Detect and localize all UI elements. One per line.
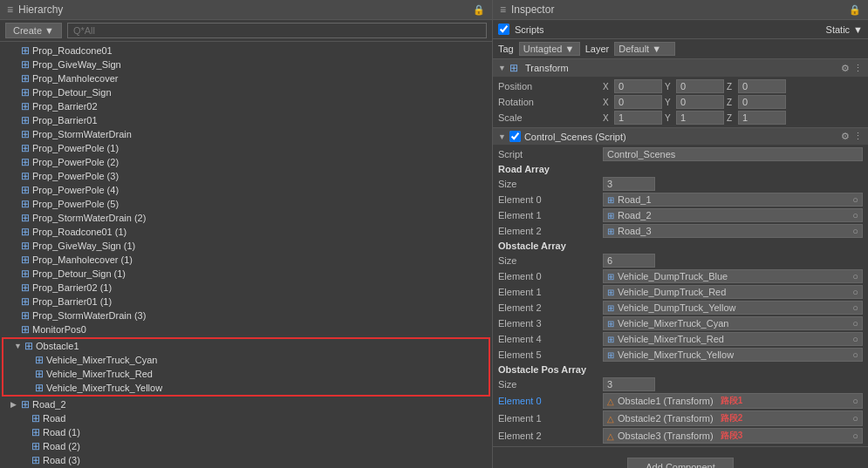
tree-item[interactable]: ⊞Vehicle_MixerTruck_Red [3, 367, 489, 381]
tree-item[interactable]: ⊞Vehicle_MixerTruck_Cyan [3, 353, 489, 367]
tree-item-label: Road_2 [32, 399, 66, 410]
tree-item[interactable]: ⊞Prop_Barrier02 (1) [0, 281, 492, 295]
add-component-button[interactable]: Add Component [627, 458, 734, 468]
tree-item[interactable]: ⊞MonitorPos0 [0, 322, 492, 336]
scale-z[interactable] [738, 111, 786, 125]
obj-icon: ⊞ [607, 288, 614, 297]
inspector-scroll: Scripts Static ▼ Tag Untagted ▼ Layer De… [493, 20, 868, 468]
hierarchy-title: Hierarchy [18, 3, 63, 16]
static-dropdown-arrow: ▼ [853, 24, 863, 35]
circle-icon: ○ [852, 334, 858, 344]
tree-item[interactable]: ⊞Prop_Detour_Sign (1) [0, 267, 492, 281]
obj-icon: ⊞ [607, 227, 614, 236]
tree-item[interactable]: ⊞Prop_Manholecover (1) [0, 253, 492, 267]
inspector-title: Inspector [511, 3, 554, 16]
layer-dropdown[interactable]: Default ▼ [614, 42, 675, 56]
obj-icon: ⊞ [607, 303, 614, 313]
gameobj-icon: ⊞ [21, 268, 30, 280]
rotation-z[interactable] [738, 95, 786, 109]
tree-item[interactable]: ⊞Road [0, 411, 492, 425]
scale-x[interactable] [614, 111, 662, 125]
tree-arrow: ▶ [10, 400, 21, 409]
tree-item-label: Vehicle_MixerTruck_Yellow [46, 383, 162, 393]
circle-icon: ○ [852, 431, 858, 441]
tree-item[interactable]: ⊞Prop_PowerPole (5) [0, 197, 492, 211]
scripts-label: Scripts [515, 24, 544, 35]
obstacle-array-size-input[interactable] [603, 254, 655, 268]
tree-item[interactable]: ⊞Prop_GiveWay_Sign (1) [0, 239, 492, 253]
tree-item[interactable]: ⊞Prop_Roadcone01 [0, 44, 492, 58]
tree-item-label: Prop_StormWaterDrain [32, 129, 132, 139]
tree-item[interactable]: ⊞Prop_PowerPole (3) [0, 169, 492, 183]
tree-item[interactable]: ⊞Prop_Manholecover [0, 71, 492, 85]
road-array-element: Element 0 ⊞ Road_1 ○ [493, 192, 868, 207]
tree-item-label: Prop_Manholecover [32, 73, 118, 84]
obstacle-pos-element: Element 0 △ Obstacle1 (Transform) 路段1 ○ [493, 392, 868, 410]
tree-item[interactable]: ⊞Prop_Barrier01 (1) [0, 295, 492, 309]
position-x[interactable] [614, 79, 662, 93]
tree-item-label: Prop_StormWaterDrain (2) [32, 213, 146, 223]
tree-item[interactable]: ⊞Prop_StormWaterDrain (3) [0, 309, 492, 322]
obj-icon: ⊞ [607, 195, 614, 205]
tree-item[interactable]: ⊞Road (2) [0, 439, 492, 453]
scale-label: Scale [498, 112, 603, 123]
rotation-y[interactable] [676, 95, 724, 109]
tree-item[interactable]: ⊞Prop_StormWaterDrain (2) [0, 211, 492, 225]
note-label: 路段2 [721, 412, 743, 424]
control-scenes-section: ▼ Control_Scenes (Script) ⚙ ⋮ Script Con… [493, 128, 868, 447]
layer-label: Layer [585, 44, 610, 54]
tag-dropdown[interactable]: Untagted ▼ [519, 42, 580, 56]
note-label: 路段3 [721, 430, 743, 442]
scale-y[interactable] [676, 111, 724, 125]
tree-item-label: Road (1) [43, 427, 80, 437]
tree-item-label: Prop_GiveWay_Sign [32, 59, 121, 70]
create-button[interactable]: Create ▼ [5, 23, 62, 38]
tree-item[interactable]: ⊞Prop_PowerPole (1) [0, 141, 492, 155]
gameobj-icon: ⊞ [35, 382, 44, 394]
transform-obj-icon: △ [607, 431, 614, 441]
tree-item[interactable]: ▼⊞Obstacle1 [3, 339, 489, 353]
tree-item[interactable]: ⊞Prop_Detour_Sign [0, 85, 492, 99]
gameobj-icon: ⊞ [21, 198, 30, 210]
gameobj-icon: ⊞ [21, 128, 30, 140]
obstacle-pos-size-input[interactable] [603, 377, 655, 391]
control-scenes-checkbox[interactable] [509, 131, 521, 142]
obstacle1-group: ▼⊞Obstacle1⊞Vehicle_MixerTruck_Cyan⊞Vehi… [2, 337, 490, 397]
gameobj-icon: ⊞ [31, 440, 40, 452]
rotation-x[interactable] [614, 95, 662, 109]
circle-icon: ○ [852, 194, 858, 205]
note-label: 路段1 [721, 395, 743, 407]
tree-item[interactable]: ⊞Road (1) [0, 425, 492, 439]
tree-item[interactable]: ⊞Road (3) [0, 453, 492, 467]
tree-item[interactable]: ⊞Prop_Roadcone01 (1) [0, 225, 492, 239]
hierarchy-search[interactable] [67, 23, 487, 38]
gameobj-icon: ⊞ [21, 44, 30, 57]
tree-item[interactable]: ⊞Prop_PowerPole (4) [0, 183, 492, 197]
control-scenes-title: Control_Scenes (Script) [524, 132, 626, 142]
road-array-size-input[interactable] [603, 177, 655, 191]
tree-item[interactable]: ⊞Vehicle_MixerTruck_Yellow [3, 381, 489, 395]
tree-item[interactable]: ⊞Prop_GiveWay_Sign [0, 58, 492, 71]
position-y[interactable] [676, 79, 724, 93]
hierarchy-header: ≡ Hierarchy 🔒 [0, 0, 492, 20]
circle-icon: ○ [852, 210, 858, 220]
tree-item[interactable]: ⊞Prop_Barrier02 [0, 99, 492, 113]
tree-item[interactable]: ▶⊞Road_2 [0, 397, 492, 411]
gameobj-icon: ⊞ [21, 281, 30, 294]
road-array-size-row: Size [493, 176, 868, 192]
tree-item[interactable]: ⊞Prop_StormWaterDrain [0, 127, 492, 141]
obstacle-pos-element: Element 2 △ Obstacle3 (Transform) 路段3 ○ [493, 427, 868, 444]
tree-item-label: MonitorPos0 [32, 324, 86, 335]
transform-header[interactable]: ▼ ⊞ Transform ⚙ ⋮ [493, 59, 868, 77]
gameobj-icon: ⊞ [21, 323, 30, 336]
gameobj-icon: ⊞ [21, 226, 30, 238]
tree-item[interactable]: ⊞Prop_Barrier01 [0, 113, 492, 127]
tree-item[interactable]: ⊞Prop_PowerPole (2) [0, 155, 492, 169]
gameobj-icon: ⊞ [21, 398, 30, 410]
control-scenes-header[interactable]: ▼ Control_Scenes (Script) ⚙ ⋮ [493, 128, 868, 145]
position-row: Position X Y Z [493, 78, 868, 94]
transform-body: Position X Y Z Rotation X Y [493, 77, 868, 127]
scripts-checkbox[interactable] [498, 24, 509, 35]
tree-item-label: Vehicle_MixerTruck_Red [46, 369, 153, 379]
position-z[interactable] [738, 79, 786, 93]
